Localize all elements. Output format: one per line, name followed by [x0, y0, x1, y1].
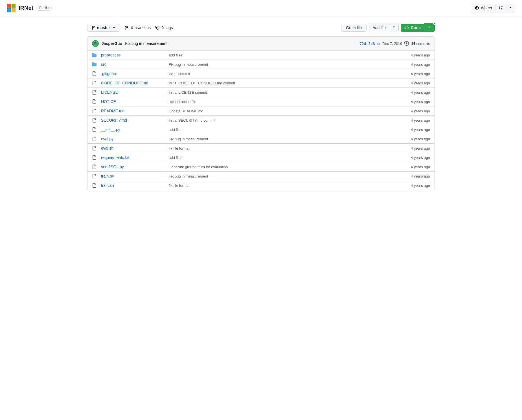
toolbar-left: master 4 branches 0 tags [87, 24, 173, 32]
commit-hash[interactable]: 72df5c8 [359, 41, 375, 46]
tags-label: tags [165, 25, 173, 30]
file-icon [92, 174, 101, 178]
branch-icon [91, 25, 95, 30]
notification-dot [433, 22, 436, 25]
file-commit-message: Initial LICENSE commit [169, 90, 396, 95]
svg-rect-7 [96, 41, 97, 42]
code-dropdown-button[interactable] [424, 23, 435, 32]
file-table: JasperGuo Fix bug in measurement 72df5c8… [87, 36, 435, 190]
file-name[interactable]: eval.sh [101, 146, 169, 150]
table-row: sem2SQL.pyGenerate ground truth for eval… [87, 162, 435, 172]
chevron-down-icon [427, 25, 432, 29]
file-commit-message: fix file format [169, 146, 396, 150]
commit-info-row: JasperGuo Fix bug in measurement 72df5c8… [87, 37, 435, 51]
file-icon [92, 146, 101, 150]
table-row: srcFix bug in measurement4 years ago [87, 60, 435, 69]
branch-icon [124, 25, 129, 30]
chevron-down-icon [112, 25, 116, 30]
table-row: requirements.txtadd files4 years ago [87, 153, 435, 162]
file-icon [92, 155, 101, 160]
table-row: SECURITY.mdInitial SECURITY.md commit4 y… [87, 116, 435, 125]
file-name[interactable]: .gitignore [101, 71, 169, 76]
add-file-main-button[interactable]: Add file [369, 24, 389, 31]
file-name[interactable]: SECURITY.md [101, 118, 169, 123]
file-name[interactable]: eval.py [101, 137, 169, 141]
file-time: 4 years ago [396, 90, 430, 95]
file-time: 4 years ago [396, 174, 430, 178]
microsoft-logo [7, 3, 16, 12]
file-icon [92, 71, 101, 76]
file-commit-message: Generate ground truth for evaluation [169, 165, 396, 169]
tags-link[interactable]: 0 tags [155, 25, 173, 30]
table-row: train.pyFix bug in measurement4 years ag… [87, 172, 435, 181]
file-name[interactable]: requirements.txt [101, 155, 169, 160]
history-icon [404, 41, 409, 46]
table-row: eval.pyFix bug in measurement4 years ago [87, 134, 435, 144]
code-main-button[interactable]: Code [401, 24, 424, 32]
branches-link[interactable]: 4 branches [124, 25, 151, 30]
file-name[interactable]: train.py [101, 174, 169, 178]
table-row: preprocessadd files4 years ago [87, 51, 435, 60]
file-name[interactable]: sem2SQL.py [101, 165, 169, 169]
commit-right: 72df5c8 on Dec 7, 2019 14 commits [359, 41, 430, 46]
file-name[interactable]: README.md [101, 109, 169, 113]
folder-icon [92, 53, 101, 57]
svg-rect-10 [95, 42, 96, 43]
table-row: README.mdUpdate README.md4 years ago [87, 106, 435, 116]
commits-label: commits [416, 41, 430, 46]
file-icon [92, 90, 101, 95]
file-rows-container: preprocessadd files4 years agosrcFix bug… [87, 51, 435, 190]
svg-rect-0 [7, 4, 11, 8]
tags-count: 0 [161, 25, 164, 30]
watch-button[interactable]: Watch 17 [471, 4, 515, 12]
file-icon [92, 99, 101, 104]
file-time: 4 years ago [396, 81, 430, 85]
commits-count: 14 [411, 41, 415, 46]
chevron-down-icon [508, 5, 513, 10]
svg-rect-6 [95, 41, 96, 42]
file-commit-message: add files [169, 156, 396, 160]
file-time: 4 years ago [396, 137, 430, 141]
folder-name[interactable]: src [101, 62, 169, 67]
table-row: __init__.pyadd files4 years ago [87, 125, 435, 134]
watch-dropdown-button[interactable] [506, 4, 515, 12]
file-name[interactable]: NOTICE [101, 99, 169, 104]
svg-rect-3 [12, 8, 16, 12]
file-commit-message: Initial CODE_OF_CONDUCT.md commit [169, 81, 396, 85]
file-time: 4 years ago [396, 62, 430, 67]
add-file-dropdown-button[interactable] [389, 23, 398, 32]
branch-selector[interactable]: master [87, 24, 120, 32]
file-name[interactable]: __init__.py [101, 127, 169, 132]
file-name[interactable]: LICENSE [101, 90, 169, 95]
file-commit-message: Fix bug in measurement [169, 137, 396, 141]
file-time: 4 years ago [396, 183, 430, 188]
file-icon [92, 81, 101, 85]
chevron-down-icon [392, 25, 396, 29]
folder-name[interactable]: preprocess [101, 53, 169, 57]
add-file-button: Add file [369, 23, 399, 32]
table-row: LICENSEInitial LICENSE commit4 years ago [87, 88, 435, 97]
branches-count: 4 [131, 25, 133, 30]
file-time: 4 years ago [396, 128, 430, 132]
file-icon [92, 183, 101, 188]
commit-author[interactable]: JasperGuo [102, 41, 122, 46]
main-content: master 4 branches 0 tags [80, 16, 442, 197]
table-row: train.shfix file format4 years ago [87, 181, 435, 190]
go-to-file-button[interactable]: Go to file [341, 24, 367, 32]
watch-button-main[interactable]: Watch [471, 4, 495, 12]
file-commit-message: Fix bug in measurement [169, 62, 396, 67]
code-icon [405, 25, 409, 30]
svg-rect-1 [12, 4, 16, 8]
file-icon [92, 109, 101, 113]
file-name[interactable]: CODE_OF_CONDUCT.md [101, 81, 169, 85]
svg-rect-14 [95, 45, 96, 46]
commits-link[interactable]: 14 commits [411, 41, 430, 46]
file-icon [92, 127, 101, 132]
branches-label: branches [135, 25, 151, 30]
svg-rect-13 [94, 45, 95, 46]
file-name[interactable]: train.sh [101, 183, 169, 188]
svg-rect-9 [94, 42, 95, 43]
commit-left: JasperGuo Fix bug in measurement [92, 40, 167, 47]
svg-rect-8 [93, 42, 94, 43]
repo-name[interactable]: IRNet [19, 5, 33, 11]
